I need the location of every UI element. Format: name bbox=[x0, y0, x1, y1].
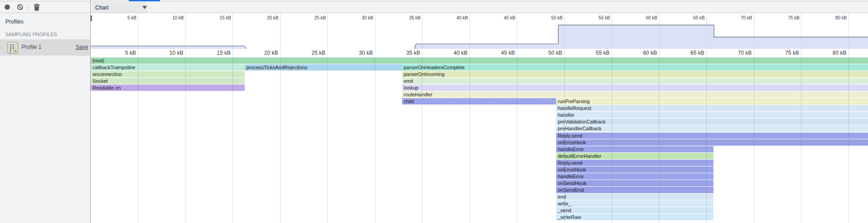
svg-text:%: % bbox=[13, 48, 17, 53]
